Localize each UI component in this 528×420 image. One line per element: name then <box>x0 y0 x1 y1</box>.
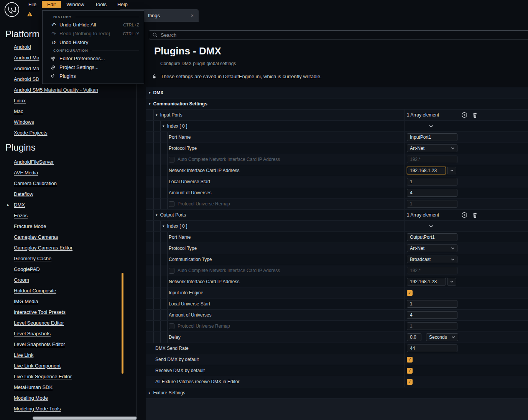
tab-close-icon[interactable]: × <box>191 13 194 18</box>
delete-element-icon[interactable] <box>472 112 478 118</box>
array-row-output-ports[interactable]: ▾Output Ports 1 Array element <box>146 210 528 221</box>
nic-ip-input[interactable] <box>407 278 446 285</box>
menu-help[interactable]: Help <box>112 1 133 8</box>
edit-dropdown-menu: HISTORY ↶ Undo UnHide All CTRL+Z ↷ Redo … <box>42 10 144 84</box>
category-row-fixture-settings[interactable]: ▸Fixture Settings <box>146 387 528 399</box>
collapse-arrow-icon[interactable]: ▾ <box>163 124 164 128</box>
tab-label: ttings <box>148 13 160 18</box>
chevron-down-icon[interactable] <box>429 225 433 228</box>
collapse-arrow-icon[interactable]: ▾ <box>149 91 151 95</box>
port-name-input[interactable] <box>407 133 457 141</box>
plugins-list: AndroidFileServer AVF Media Camera Calib… <box>14 157 72 414</box>
warning-icon[interactable] <box>27 11 33 16</box>
sidebar-item[interactable]: Gameplay Cameras <box>14 232 72 243</box>
selected-arrow-icon: ▸ <box>7 200 9 210</box>
menu-item-editor-preferences[interactable]: Editor Preferences... <box>43 54 144 63</box>
sidebar-item[interactable]: Gameplay Cameras Editor <box>14 243 72 253</box>
sidebar-item[interactable]: Dataflow <box>14 189 72 200</box>
chevron-down-icon[interactable] <box>429 125 433 128</box>
sidebar-item[interactable]: Level Snapshots Editor <box>14 339 72 350</box>
local-universe-start-input[interactable] <box>407 178 457 185</box>
property-row-protocol-type: Protocol Type Art-Net <box>146 243 528 254</box>
menu-edit[interactable]: Edit <box>42 1 61 8</box>
checkbox-checked[interactable]: ✓ <box>407 290 413 296</box>
collapse-arrow-icon[interactable]: ▾ <box>149 102 151 106</box>
add-element-icon[interactable] <box>461 212 467 218</box>
sidebar-horizontal-scrollbar[interactable] <box>33 417 137 420</box>
property-row-port-name: Port Name <box>146 132 528 143</box>
sidebar-item-dmx[interactable]: ▸DMX <box>14 200 72 210</box>
protocol-type-dropdown[interactable]: Art-Net <box>407 244 457 252</box>
chevron-down-icon[interactable] <box>447 278 456 285</box>
sidebar-item-windows[interactable]: Windows <box>14 117 98 128</box>
expand-arrow-icon[interactable]: ▸ <box>149 391 151 395</box>
sidebar-item[interactable]: Fracture Mode <box>14 221 72 232</box>
amount-of-universes-input[interactable] <box>407 311 457 319</box>
sidebar-item[interactable]: Level Sequence Editor <box>14 318 72 328</box>
protocol-type-dropdown[interactable]: Art-Net <box>407 144 457 152</box>
menu-window[interactable]: Window <box>61 1 89 8</box>
menu-tools[interactable]: Tools <box>90 1 112 8</box>
dmx-send-rate-input[interactable] <box>407 345 457 352</box>
sidebar-item[interactable]: Level Snapshots <box>14 328 72 339</box>
search-input[interactable] <box>161 32 528 38</box>
checkbox[interactable] <box>169 201 174 207</box>
property-row-auto-complete-ip: Auto Complete Network Interface Card IP … <box>146 265 528 276</box>
sidebar-item[interactable]: Camera Calibration <box>14 178 72 189</box>
sidebar-item[interactable]: Erizos <box>14 210 72 221</box>
unreal-engine-logo <box>3 1 21 18</box>
checkbox[interactable] <box>169 268 174 274</box>
sidebar-item[interactable]: Holdout Composite <box>14 285 72 296</box>
menu-item-plugins[interactable]: Plugins <box>43 72 144 80</box>
sidebar-item[interactable]: Groom <box>14 275 72 285</box>
sidebar-item[interactable]: AVF Media <box>14 167 72 178</box>
sidebar-item[interactable]: GooglePAD <box>14 264 72 275</box>
sidebar-item[interactable]: IMG Media <box>14 296 72 307</box>
menu-item-undo[interactable]: ↶ Undo UnHide All CTRL+Z <box>43 20 144 29</box>
index-row[interactable]: ▾Index [ 0 ] <box>146 221 528 232</box>
menu-item-project-settings[interactable]: Project Settings... <box>43 63 144 72</box>
sidebar-item[interactable]: Live Link Sequence Editor <box>14 371 72 382</box>
sidebar-item[interactable]: Modeling Mode <box>14 393 72 404</box>
checkbox[interactable] <box>169 323 174 329</box>
delay-unit-dropdown[interactable]: Seconds <box>426 333 458 341</box>
menu-item-undo-history[interactable]: ↺ Undo History <box>43 38 144 47</box>
checkbox[interactable] <box>169 157 174 162</box>
sidebar-item[interactable]: MetaHuman SDK <box>14 382 72 393</box>
protocol-universe-remap-input <box>407 200 457 208</box>
property-row-amount-of-universes: Amount of Universes <box>146 187 528 199</box>
collapse-arrow-icon[interactable]: ▾ <box>156 113 158 117</box>
port-name-input[interactable] <box>407 233 457 241</box>
delay-input[interactable] <box>407 333 421 341</box>
sidebar-item[interactable]: AndroidFileServer <box>14 157 72 167</box>
add-element-icon[interactable] <box>461 112 467 118</box>
platform-section-header: Platform <box>5 29 39 39</box>
sidebar-item[interactable]: Interactive Tool Presets <box>14 307 72 318</box>
collapse-arrow-icon[interactable]: ▾ <box>163 224 164 228</box>
checkbox-checked[interactable]: ✓ <box>407 357 413 363</box>
checkbox-checked[interactable]: ✓ <box>407 379 413 385</box>
sidebar-item[interactable]: Live Link Component <box>14 361 72 371</box>
collapse-arrow-icon[interactable]: ▾ <box>156 213 158 217</box>
sidebar-item[interactable]: Live Link <box>14 350 72 361</box>
category-row-communication-settings[interactable]: ▾Communication Settings <box>146 98 528 110</box>
category-row-dmx[interactable]: ▾DMX <box>146 87 528 98</box>
index-row[interactable]: ▾Index [ 0 ] <box>146 121 528 132</box>
sidebar-item-xcode[interactable]: Xcode Projects <box>14 128 98 138</box>
sidebar-item[interactable]: Modeling Mode Tools <box>14 404 72 414</box>
sidebar-item[interactable]: Geometry Cache <box>14 253 72 264</box>
nic-ip-input[interactable] <box>407 167 446 174</box>
local-universe-start-input[interactable] <box>407 300 457 308</box>
delete-element-icon[interactable] <box>472 212 478 218</box>
menu-file[interactable]: File <box>23 1 42 8</box>
array-row-input-ports[interactable]: ▾Input Ports 1 Array element <box>146 110 528 121</box>
checkbox-checked[interactable]: ✓ <box>407 368 413 374</box>
sidebar-item-mac[interactable]: Mac <box>14 106 98 117</box>
amount-of-universes-input[interactable] <box>407 189 457 197</box>
communication-type-dropdown[interactable]: Broadcast <box>407 256 457 263</box>
chevron-down-icon[interactable] <box>447 167 456 174</box>
sidebar-item[interactable]: Android SM5 Material Quality - Vulkan <box>14 85 98 95</box>
sidebar-item-linux[interactable]: Linux <box>14 95 98 106</box>
page-subtitle: Configure DMX plugin global settings <box>160 61 236 66</box>
sidebar-vertical-scrollbar[interactable] <box>122 273 123 374</box>
